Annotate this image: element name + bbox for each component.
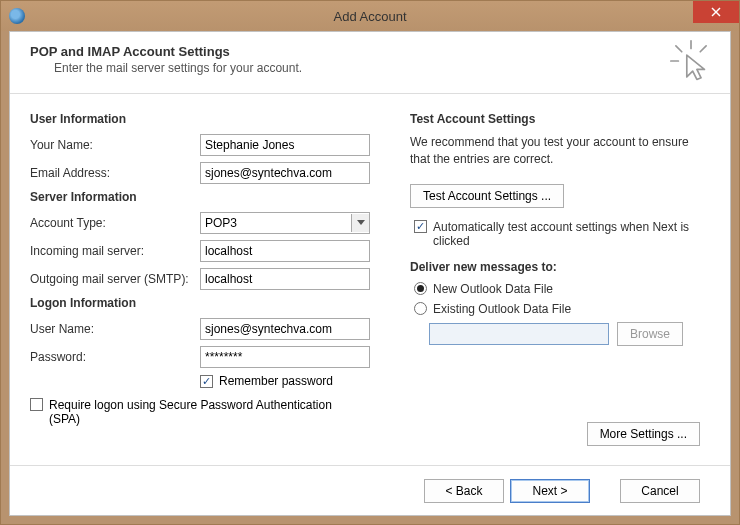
dialog-body: User Information Your Name: Email Addres… [10,94,730,426]
close-icon [711,7,721,17]
input-user-name[interactable] [200,318,370,340]
dialog-footer: < Back Next > Cancel [10,465,730,515]
label-require-spa: Require logon using Secure Password Auth… [49,398,359,426]
dialog-header: POP and IMAP Account Settings Enter the … [10,32,730,94]
cancel-button[interactable]: Cancel [620,479,700,503]
input-your-name[interactable] [200,134,370,156]
label-existing-data-file: Existing Outlook Data File [433,302,571,316]
left-column: User Information Your Name: Email Addres… [30,106,390,426]
section-test-account: Test Account Settings [410,112,710,126]
label-incoming-server: Incoming mail server: [30,244,200,258]
header-title: POP and IMAP Account Settings [30,44,710,59]
next-button[interactable]: Next > [510,479,590,503]
add-account-window: Add Account POP and IMAP Account Setting… [0,0,740,525]
more-settings-button[interactable]: More Settings ... [587,422,700,446]
label-email-address: Email Address: [30,166,200,180]
section-server-information: Server Information [30,190,390,204]
label-account-type: Account Type: [30,216,200,230]
input-existing-data-file-path[interactable] [429,323,609,345]
right-column: Test Account Settings We recommend that … [390,106,710,426]
section-deliver-to: Deliver new messages to: [410,260,710,274]
label-auto-test: Automatically test account settings when… [433,220,693,248]
checkbox-auto-test[interactable]: ✓ [414,220,427,233]
header-subtitle: Enter the mail server settings for your … [54,61,710,75]
content-frame: POP and IMAP Account Settings Enter the … [9,31,731,516]
label-remember-password: Remember password [219,374,333,388]
select-account-type[interactable]: POP3 [200,212,370,234]
label-user-name: User Name: [30,322,200,336]
input-password[interactable] [200,346,370,368]
svg-line-3 [676,46,682,52]
radio-existing-data-file[interactable] [414,302,427,315]
section-user-information: User Information [30,112,390,126]
titlebar: Add Account [1,1,739,31]
input-email-address[interactable] [200,162,370,184]
label-your-name: Your Name: [30,138,200,152]
chevron-down-icon [351,214,369,232]
browse-button[interactable]: Browse [617,322,683,346]
label-outgoing-server: Outgoing mail server (SMTP): [30,272,200,286]
checkbox-remember-password[interactable]: ✓ [200,375,213,388]
section-logon-information: Logon Information [30,296,390,310]
window-title: Add Account [1,9,739,24]
radio-new-data-file[interactable] [414,282,427,295]
close-button[interactable] [693,1,739,23]
test-account-settings-button[interactable]: Test Account Settings ... [410,184,564,208]
back-button[interactable]: < Back [424,479,504,503]
select-account-type-value: POP3 [205,216,237,230]
input-incoming-server[interactable] [200,240,370,262]
test-description: We recommend that you test your account … [410,134,710,168]
label-password: Password: [30,350,200,364]
input-outgoing-server[interactable] [200,268,370,290]
label-new-data-file: New Outlook Data File [433,282,553,296]
checkbox-require-spa[interactable] [30,398,43,411]
cursor-click-icon [670,40,712,82]
svg-line-4 [700,46,706,52]
